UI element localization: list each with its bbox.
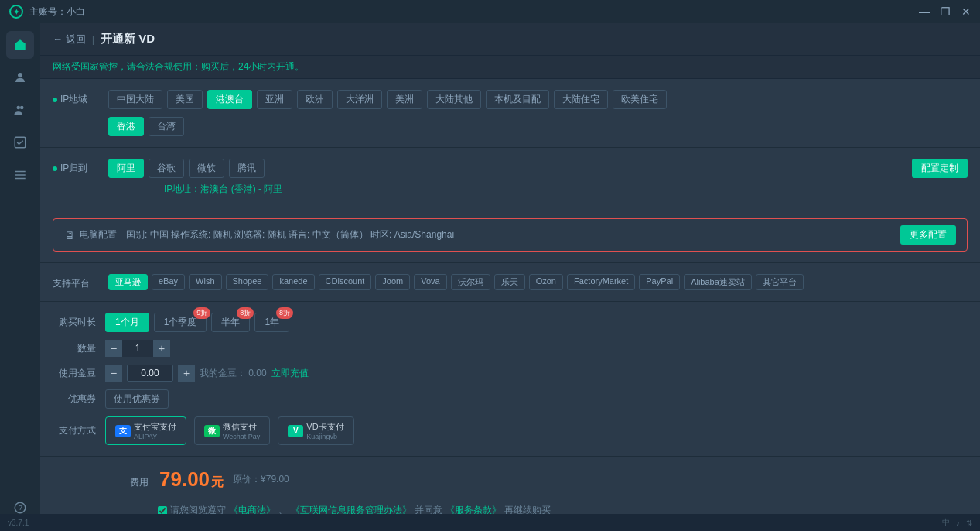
config-custom-button[interactable]: 配置定制 [912, 159, 968, 178]
platform-tag[interactable]: Joom [375, 274, 410, 290]
payment-label: 支付方式 [53, 424, 96, 437]
provider-tab[interactable]: 阿里 [108, 159, 144, 178]
notice-bar: 网络受国家管控，请合法合规使用；购买后，24小时内开通。 [40, 56, 980, 79]
ip-region-tab[interactable]: 本机及目配 [486, 90, 549, 109]
minimize-button[interactable]: — [919, 5, 930, 18]
coupon-label: 优惠券 [53, 392, 96, 406]
duration-btn[interactable]: 半年8折 [211, 313, 250, 332]
payment-method-wechat[interactable]: 微 微信支付 Wechat Pay [194, 416, 270, 445]
provider-tabs: 阿里谷歌微软腾讯 [108, 159, 900, 178]
sidebar-icon-list[interactable] [6, 161, 34, 189]
svg-text:?: ? [19, 504, 22, 512]
platform-tag[interactable]: kanede [272, 274, 314, 290]
platform-tag[interactable]: Wish [189, 274, 221, 290]
ip-provider-section: IP归到 阿里谷歌微软腾讯 IP地址：港澳台 (香港) - 阿里 配置定制 [40, 148, 980, 207]
app-layout: ? ← 返回 | 开通新 VD 网络受国家管控，请合法合规使用；购买后，24小时… [0, 23, 980, 531]
platform-tag[interactable]: Shopee [226, 274, 269, 290]
duration-btn[interactable]: 1个月 [105, 313, 149, 332]
platform-tag[interactable]: FactoryMarket [567, 274, 635, 290]
version-label: v3.7.1 [8, 519, 29, 527]
platform-tag[interactable]: Alibaba速卖站 [684, 274, 752, 290]
pc-config-info: 🖥 电脑配置 国别: 中国 操作系统: 随机 浏览器: 随机 语言: 中文（简体… [64, 228, 454, 242]
gold-recharge-link[interactable]: 立即充值 [271, 367, 309, 380]
more-config-button[interactable]: 更多配置 [900, 225, 956, 245]
ip-region-tab[interactable]: 港澳台 [207, 90, 252, 109]
price-yuan: 元 [211, 474, 224, 491]
platform-label: 支持平台 [53, 274, 96, 290]
platform-tag[interactable]: Vova [414, 274, 446, 290]
sidebar-icon-user[interactable] [6, 63, 34, 91]
qty-input[interactable] [122, 340, 153, 357]
ip-region-tab[interactable]: 大陆住宅 [554, 90, 608, 109]
platform-tag[interactable]: 亚马逊 [108, 274, 148, 290]
pc-config-label: 电脑配置 [80, 228, 117, 242]
price-display: 79.00 元 [158, 468, 224, 492]
payment-icon-alipay: 支 [115, 425, 131, 437]
statusbar-network[interactable]: ⇅ [966, 519, 972, 527]
statusbar-right: 中 ♪ ⇅ [942, 517, 972, 528]
sidebar-icon-group[interactable] [6, 96, 34, 124]
app-logo: ✦ [9, 5, 23, 19]
titlebar-left: ✦ 主账号：小白 [9, 5, 85, 19]
titlebar-controls[interactable]: — ❐ ✕ [919, 5, 971, 18]
platform-tag[interactable]: Ozon [529, 274, 563, 290]
gold-input[interactable] [127, 365, 173, 382]
account-label: 主账号：小白 [29, 5, 85, 19]
ip-region-tab[interactable]: 欧洲 [297, 90, 333, 109]
sidebar-icon-home[interactable] [6, 31, 34, 59]
platform-tag[interactable]: eBay [152, 274, 185, 290]
platform-tags: 亚马逊eBayWishShopeekanedeCDiscountJoomVova… [108, 274, 804, 290]
ip-region-tab[interactable]: 美洲 [387, 90, 422, 109]
ip-address-text: IP地址：港澳台 (香港) - 阿里 [164, 183, 900, 196]
restore-button[interactable]: ❐ [941, 5, 951, 18]
close-button[interactable]: ✕ [961, 5, 971, 18]
provider-tab[interactable]: 谷歌 [149, 159, 184, 178]
original-price: 原价：¥79.00 [233, 473, 289, 486]
platform-tag[interactable]: 沃尔玛 [451, 274, 490, 290]
ip-region-tab[interactable]: 大洋洲 [337, 90, 382, 109]
price-value: 79.00 [159, 468, 210, 492]
duration-btn[interactable]: 1个季度9折 [154, 313, 207, 332]
statusbar-lang[interactable]: 中 [942, 517, 950, 528]
page-header: ← 返回 | 开通新 VD [40, 23, 980, 56]
purchase-section: 购买时长 1个月1个季度9折半年8折1年8折 数量 − + 使用金豆 − + [40, 302, 980, 457]
ip-region-tab[interactable]: 亚洲 [257, 90, 292, 109]
sidebar: ? [0, 23, 40, 531]
payment-icon-wechat: 微 [204, 425, 220, 437]
payment-label-alipay: 支付宝支付 [134, 421, 176, 433]
ip-region-tab[interactable]: 美国 [167, 90, 203, 109]
payment-method-vd[interactable]: V VD卡支付 Kuajingvb [278, 416, 353, 445]
provider-tab[interactable]: 腾讯 [229, 159, 265, 178]
ip-region-section: IP地域 中国大陆美国港澳台亚洲欧洲大洋洲美洲大陆其他本机及目配大陆住宅欧美住宅… [40, 79, 980, 148]
ip-region-subtab[interactable]: 台湾 [149, 117, 184, 136]
qty-controls: − + [105, 340, 170, 357]
platform-tag[interactable]: 乐天 [494, 274, 525, 290]
statusbar-sound[interactable]: ♪ [956, 519, 960, 527]
ip-region-subtab[interactable]: 香港 [108, 117, 144, 136]
monitor-icon: 🖥 [64, 229, 75, 242]
payment-method-alipay[interactable]: 支 支付宝支付 ALIPAY [105, 416, 186, 445]
gold-plus-button[interactable]: + [178, 365, 195, 382]
duration-btn[interactable]: 1年8折 [254, 313, 289, 332]
ip-region-tab[interactable]: 欧美住宅 [613, 90, 667, 109]
duration-buttons: 1个月1个季度9折半年8折1年8折 [105, 313, 289, 332]
back-button[interactable]: ← 返回 [53, 33, 86, 46]
coupon-button[interactable]: 使用优惠券 [105, 389, 169, 409]
qty-minus-button[interactable]: − [105, 340, 122, 357]
platform-tag[interactable]: CDiscount [319, 274, 372, 290]
qty-plus-button[interactable]: + [153, 340, 170, 357]
duration-label: 购买时长 [53, 316, 96, 329]
sidebar-icon-check[interactable] [6, 128, 34, 156]
platform-tag[interactable]: PayPal [639, 274, 680, 290]
platform-tag[interactable]: 其它平台 [756, 274, 804, 290]
ip-provider-label: IP归到 [53, 159, 96, 175]
provider-tab[interactable]: 微软 [189, 159, 224, 178]
ip-region-tab[interactable]: 大陆其他 [427, 90, 481, 109]
gold-row: 使用金豆 − + 我的金豆： 0.00 立即充值 [53, 365, 968, 382]
gold-minus-button[interactable]: − [105, 365, 122, 382]
ip-region-tabs: 中国大陆美国港澳台亚洲欧洲大洋洲美洲大陆其他本机及目配大陆住宅欧美住宅 [108, 90, 968, 109]
statusbar: v3.7.1 中 ♪ ⇅ [0, 514, 980, 531]
ip-region-row: IP地域 中国大陆美国港澳台亚洲欧洲大洋洲美洲大陆其他本机及目配大陆住宅欧美住宅… [53, 90, 968, 136]
gold-controls: − + 我的金豆： 0.00 立即充值 [105, 365, 309, 382]
ip-region-tab[interactable]: 中国大陆 [108, 90, 162, 109]
